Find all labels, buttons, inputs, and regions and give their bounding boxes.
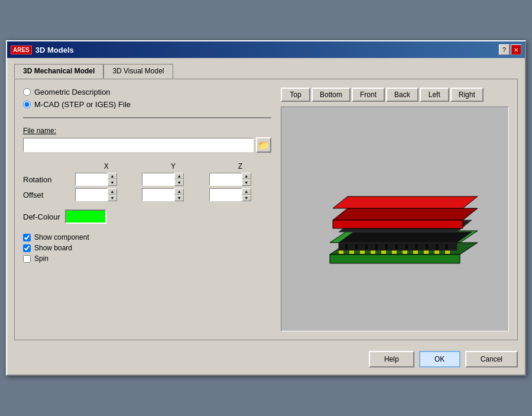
left-panel: Geometric Description M-CAD (STEP or IGE… xyxy=(23,88,271,331)
x-header: X xyxy=(75,162,137,170)
view-buttons: Top Bottom Front Back Left Right xyxy=(281,88,509,102)
close-button[interactable]: ✕ xyxy=(511,44,521,55)
view-right-button[interactable]: Right xyxy=(450,88,484,102)
radio-geometric-label: Geometric Description xyxy=(34,88,111,96)
file-input-row: 📁 xyxy=(23,137,271,153)
svg-rect-13 xyxy=(445,250,450,254)
show-component-checkbox[interactable] xyxy=(23,234,31,241)
def-colour-label: Def-Colour xyxy=(23,212,60,221)
preview-area xyxy=(281,107,509,331)
show-board-label: Show board xyxy=(34,244,72,252)
svg-rect-12 xyxy=(434,250,439,254)
rotation-y-input[interactable]: 0 xyxy=(142,173,174,186)
rotation-x-arrows: ▲ ▼ xyxy=(108,173,117,186)
svg-marker-29 xyxy=(333,220,463,228)
y-header: Y xyxy=(142,162,204,170)
rotation-x-up[interactable]: ▲ xyxy=(108,173,117,179)
cancel-button[interactable]: Cancel xyxy=(465,351,518,367)
offset-z-wrap: 0 ▲ ▼ xyxy=(209,188,271,201)
dialog-title: 3D Models xyxy=(35,46,74,54)
rotation-x-input[interactable]: 0 xyxy=(75,173,108,186)
help-title-button[interactable]: ? xyxy=(499,44,510,55)
svg-marker-1 xyxy=(330,254,460,263)
rotation-x-wrap: 0 ▲ ▼ xyxy=(75,173,137,186)
dialog-footer: Help OK Cancel xyxy=(7,346,525,375)
def-colour-button[interactable] xyxy=(65,209,106,224)
spin-label: Spin xyxy=(34,254,48,263)
dialog-window: ARES 3D Models ? ✕ 3D Mechanical Model 3… xyxy=(6,40,526,376)
rotation-y-wrap: 0 ▲ ▼ xyxy=(142,173,204,186)
offset-x-down[interactable]: ▼ xyxy=(108,195,117,201)
offset-x-arrows: ▲ ▼ xyxy=(108,188,117,201)
rotation-y-arrows: ▲ ▼ xyxy=(174,173,184,186)
browse-button[interactable]: 📁 xyxy=(256,137,271,153)
component-3d-view xyxy=(312,154,478,284)
rotation-z-down[interactable]: ▼ xyxy=(242,179,251,186)
show-component-label: Show component xyxy=(34,233,89,241)
dialog-body: 3D Mechanical Model 3D Visual Model Geom… xyxy=(7,58,525,346)
radio-item-geometric: Geometric Description xyxy=(23,88,271,96)
svg-rect-20 xyxy=(375,244,378,250)
radio-mcad-label: M-CAD (STEP or IGES) File xyxy=(34,100,131,109)
tab-visual-model[interactable]: 3D Visual Model xyxy=(103,64,173,79)
show-board-checkbox[interactable] xyxy=(23,244,31,252)
offset-x-up[interactable]: ▲ xyxy=(108,188,117,195)
rotation-z-input[interactable]: 0 xyxy=(209,173,242,186)
checkboxes: Show component Show board Spin xyxy=(23,233,271,263)
offset-z-up[interactable]: ▲ xyxy=(242,188,251,195)
offset-z-down[interactable]: ▼ xyxy=(242,195,251,201)
svg-rect-11 xyxy=(424,250,429,254)
svg-rect-6 xyxy=(371,250,375,254)
title-bar: ARES 3D Models ? ✕ xyxy=(7,41,525,58)
show-board-item: Show board xyxy=(23,244,271,252)
svg-rect-27 xyxy=(445,244,449,250)
offset-y-wrap: 0 ▲ ▼ xyxy=(142,188,204,201)
offset-x-input[interactable]: 0 xyxy=(75,188,108,201)
offset-y-down[interactable]: ▼ xyxy=(174,195,184,201)
svg-rect-10 xyxy=(413,250,418,254)
title-bar-left: ARES 3D Models xyxy=(11,46,74,54)
view-top-button[interactable]: Top xyxy=(281,88,310,102)
svg-rect-4 xyxy=(349,250,354,254)
rotation-x-down[interactable]: ▼ xyxy=(108,179,117,186)
offset-y-up[interactable]: ▲ xyxy=(174,188,184,195)
svg-rect-21 xyxy=(385,244,388,250)
svg-marker-30 xyxy=(333,196,478,208)
title-buttons: ? ✕ xyxy=(499,44,521,55)
ok-button[interactable]: OK xyxy=(419,351,460,367)
rotation-y-down[interactable]: ▼ xyxy=(174,179,184,186)
file-input[interactable] xyxy=(23,138,254,152)
radio-mcad[interactable] xyxy=(23,101,31,108)
separator xyxy=(23,117,271,118)
radio-geometric[interactable] xyxy=(23,88,31,96)
tab-bar: 3D Mechanical Model 3D Visual Model xyxy=(14,64,518,79)
file-label: File name: xyxy=(23,127,271,135)
rotation-z-wrap: 0 ▲ ▼ xyxy=(209,173,271,186)
offset-y-input[interactable]: 0 xyxy=(142,188,174,201)
help-button[interactable]: Help xyxy=(369,351,414,367)
right-panel: Top Bottom Front Back Left Right xyxy=(281,88,509,331)
svg-rect-5 xyxy=(360,250,365,254)
tab-mechanical-model[interactable]: 3D Mechanical Model xyxy=(14,64,103,79)
svg-rect-9 xyxy=(403,250,407,254)
svg-rect-18 xyxy=(355,244,358,250)
view-left-button[interactable]: Left xyxy=(420,88,449,102)
svg-rect-7 xyxy=(381,250,386,254)
offset-label: Offset xyxy=(23,191,70,199)
view-bottom-button[interactable]: Bottom xyxy=(312,88,351,102)
rotation-z-up[interactable]: ▲ xyxy=(242,173,251,179)
show-component-item: Show component xyxy=(23,233,271,241)
offset-z-arrows: ▲ ▼ xyxy=(242,188,251,201)
rotation-label: Rotation xyxy=(23,175,70,184)
spin-item: Spin xyxy=(23,254,271,263)
spin-checkbox[interactable] xyxy=(23,255,31,263)
offset-z-input[interactable]: 0 xyxy=(209,188,242,201)
view-back-button[interactable]: Back xyxy=(386,88,419,102)
z-header: Z xyxy=(209,162,271,170)
rotation-y-up[interactable]: ▲ xyxy=(174,173,184,179)
radio-item-mcad: M-CAD (STEP or IGES) File xyxy=(23,100,271,109)
svg-rect-19 xyxy=(365,244,368,250)
svg-rect-8 xyxy=(392,250,397,254)
xyz-grid: X Y Z Rotation 0 ▲ ▼ 0 ▲ xyxy=(23,162,271,201)
view-front-button[interactable]: Front xyxy=(352,88,385,102)
